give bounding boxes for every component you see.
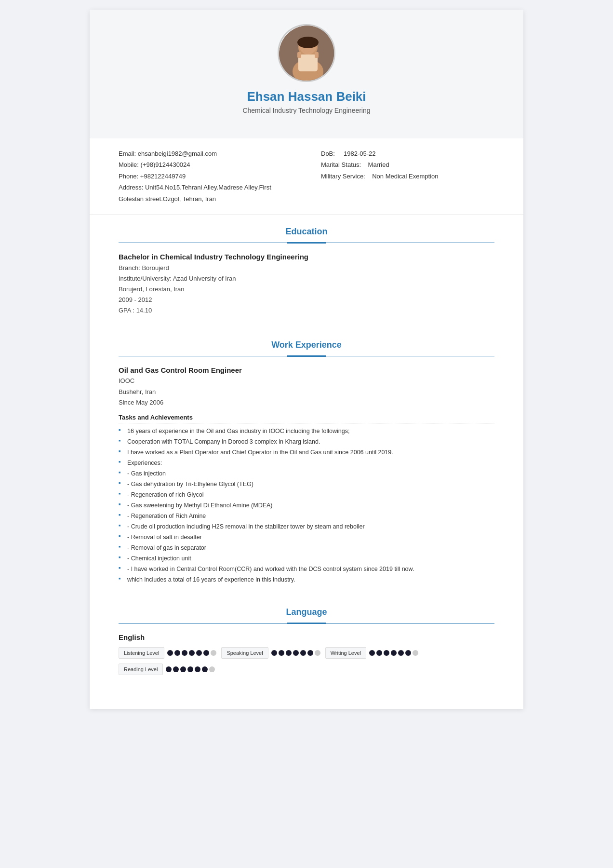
person-title: Chemical Industry Technology Engineering [109,107,504,114]
resume-container: Ehsan Hassan Beiki Chemical Industry Tec… [90,10,523,709]
edu-institute: Institute/University: Azad University of… [119,273,494,284]
military-value: Non Medical Exemption [372,173,438,180]
job-since: Since May 2006 [119,397,494,408]
list-item: - Chemical injection unit [119,554,494,563]
level-group: Writing Level [325,647,418,659]
job-title: Oil and Gas Control Room Engineer [119,366,494,374]
dob-value: 1982-05-22 [344,150,376,157]
language-title: Language [119,607,494,617]
phone-label: Phone: [119,173,138,180]
level-label: Speaking Level [221,647,268,659]
dot-filled [391,650,397,656]
language-divider [119,623,494,624]
level-dots [271,650,320,656]
list-item: - Removal of gas in separator [119,543,494,553]
list-item: - Regeneration of rich Glycol [119,490,494,500]
dot-filled [369,650,375,656]
edu-degree: Bachelor in Chemical Industry Technology… [119,253,494,261]
list-item: Experiences: [119,458,494,468]
institute-value: Azad University of Iran [173,275,236,282]
avatar [278,24,335,82]
marital-line: Marital Status: Married [321,159,494,170]
address-label: Address: [119,184,143,191]
language-levels: Listening LevelSpeaking LevelWriting Lev… [119,647,494,675]
list-item: Cooperation with TOTAL Company in Dorood… [119,437,494,447]
dot-filled [286,650,292,656]
list-item: - Gas dehydration by Tri-Ethylene Glycol… [119,479,494,489]
level-group: Listening Level [119,647,216,659]
edu-years: 2009 - 2012 [119,295,494,305]
job-location: Bushehr, Iran [119,387,494,397]
dot-filled [279,650,284,656]
marital-value: Married [368,161,389,168]
dot-empty [413,650,418,656]
dot-filled [195,666,200,672]
language-section: Language English Listening LevelSpeaking… [90,597,523,690]
dot-filled [271,650,277,656]
list-item: - Gas sweetening by Methyl Di Ethanol Am… [119,501,494,510]
dot-filled [384,650,389,656]
email-label: Email: [119,150,136,157]
list-item: - Crude oil production including H2S rem… [119,522,494,531]
phone-value: +982122449749 [140,173,186,180]
dot-filled [405,650,411,656]
tasks-header: Tasks and Achievements [119,414,494,423]
dot-filled [307,650,313,656]
dot-filled [166,666,172,672]
military-line: Military Service: Non Medical Exemption [321,171,494,182]
divider-line [119,243,494,243]
edu-location: Borujerd, Lorestan, Iran [119,284,494,295]
header-info: Ehsan Hassan Beiki Chemical Industry Tec… [90,82,523,138]
list-item: - Gas injection [119,469,494,478]
level-label: Reading Level [119,664,163,675]
edu-branch: Branch: Boroujerd [119,263,494,273]
dot-filled [300,650,306,656]
dot-filled [189,650,195,656]
list-item: I have worked as a Plant Operator and Ch… [119,448,494,457]
svg-point-5 [297,37,319,48]
gpa-value: 14.10 [136,307,152,314]
list-item: 16 years of experience in the Oil and Ga… [119,426,494,436]
dot-filled [293,650,299,656]
institute-label: Institute/University: [119,275,172,282]
level-dots [167,650,216,656]
contact-left: Email: ehsanbeigi1982@gmail.com Mobile: … [119,148,292,204]
dot-filled [182,650,187,656]
avatar-image [279,26,335,82]
work-title: Work Experience [119,340,494,350]
language-name: English [119,633,494,641]
mobile-label: Mobile: [119,161,139,168]
job-company: IOOC [119,376,494,386]
svg-rect-6 [297,52,301,58]
dot-filled [167,650,173,656]
email-line: Email: ehsanbeigi1982@gmail.com [119,148,292,159]
email-value: ehsanbeigi1982@gmail.com [138,150,217,157]
marital-label: Marital Status: [321,161,361,168]
list-item: which includes a total of 16 years of ex… [119,575,494,584]
contact-right: DoB: 1982-05-22 Marital Status: Married … [321,148,494,204]
dob-label: DoB: [321,150,335,157]
list-item: - Removal of salt in desalter [119,532,494,542]
address-line: Address: Unit54.No15.Tehrani Alley.Madre… [119,182,292,204]
gpa-label: GPA : [119,307,134,314]
dot-filled [196,650,202,656]
branch-value: Boroujerd [142,264,169,271]
level-dots [369,650,418,656]
dot-filled [203,650,209,656]
divider-line [119,356,494,356]
task-list: 16 years of experience in the Oil and Ga… [119,426,494,584]
dot-filled [174,650,180,656]
dot-filled [398,650,404,656]
education-title: Education [119,227,494,237]
branch-label: Branch: [119,264,140,271]
dot-filled [180,666,186,672]
list-item: - Regeneration of Rich Amine [119,511,494,521]
work-section: Work Experience Oil and Gas Control Room… [90,328,523,597]
dot-empty [211,650,216,656]
svg-rect-7 [315,52,319,58]
svg-rect-3 [298,54,318,71]
education-section: Education Bachelor in Chemical Industry … [90,215,523,328]
list-item: - I have worked in Central Control Room(… [119,564,494,574]
dob-line: DoB: 1982-05-22 [321,148,494,159]
work-divider [119,356,494,356]
